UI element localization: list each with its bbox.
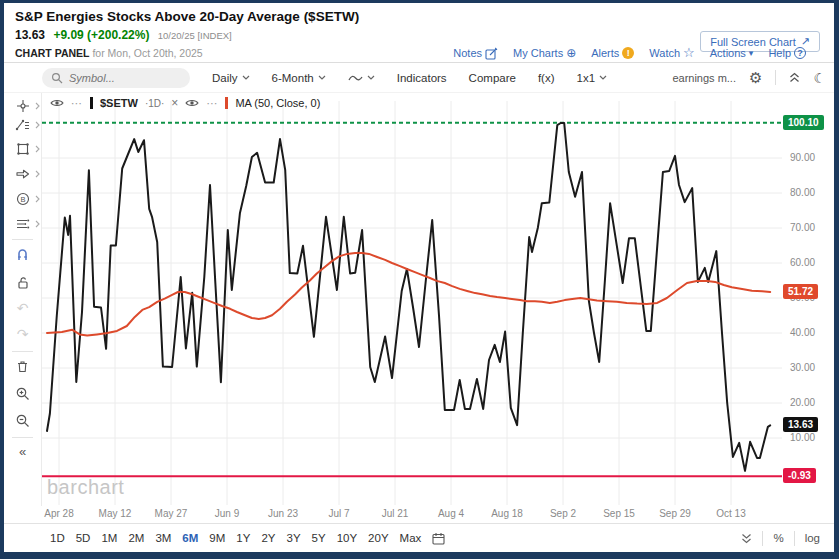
trendline-icon xyxy=(15,118,30,132)
collapse-down-icon[interactable] xyxy=(741,533,752,544)
rectangle-shape-icon xyxy=(16,142,30,156)
layout-dropdown[interactable]: 1x1 xyxy=(577,72,608,84)
indicators-button[interactable]: Indicators xyxy=(397,72,447,84)
chevron-right-icon[interactable] xyxy=(35,102,40,110)
watch-link[interactable]: Watch ☆ xyxy=(649,47,694,59)
chevron-right-icon[interactable] xyxy=(35,170,40,178)
date-axis[interactable]: Apr 28May 12May 27Jun 9Jun 23Jul 7Jul 21… xyxy=(4,506,834,523)
fx-button[interactable]: f(x) xyxy=(538,72,555,84)
x-axis-label: Apr 28 xyxy=(44,508,73,519)
help-link[interactable]: Help ? xyxy=(768,47,806,59)
collapse-up-icon[interactable] xyxy=(789,72,800,83)
range-button-6m[interactable]: 6M xyxy=(182,532,198,544)
earnings-toggle[interactable]: earnings m... xyxy=(672,72,736,84)
toolbar-right: earnings m... ⚙ ☾ xyxy=(672,69,834,87)
zoom-in-button[interactable] xyxy=(4,384,41,402)
magnet-icon xyxy=(15,247,30,262)
price-plot[interactable]: ⋯ $SETW ·1D· × ⋯ MA (50, Close, 0) barch… xyxy=(42,93,782,506)
undo-button[interactable]: ↶ xyxy=(4,299,41,317)
my-charts-link[interactable]: My Charts ⊕ xyxy=(513,46,576,60)
unlock-icon xyxy=(15,275,30,290)
undo-icon: ↶ xyxy=(17,302,29,314)
compare-button[interactable]: Compare xyxy=(469,72,516,84)
chevron-right-icon[interactable] xyxy=(35,220,40,228)
range-button-1m[interactable]: 1M xyxy=(101,532,117,544)
chart-canvas[interactable] xyxy=(42,93,782,506)
price-date: 10/20/25 [INDEX] xyxy=(158,30,232,41)
chevron-down-icon xyxy=(599,75,607,80)
chart-type-dropdown[interactable] xyxy=(348,73,375,83)
range-button-5d[interactable]: 5D xyxy=(76,532,91,544)
zoom-out-button[interactable] xyxy=(4,411,41,429)
eye-icon[interactable] xyxy=(185,98,199,108)
actions-menu[interactable]: Actions ▾ xyxy=(710,47,754,59)
help-icon: ? xyxy=(794,47,806,59)
zoom-out-icon xyxy=(15,413,30,428)
notes-link[interactable]: Notes xyxy=(453,47,498,60)
double-chevron-left-icon: « xyxy=(19,446,26,458)
annotation-tool[interactable]: B xyxy=(4,190,41,208)
collapse-sidebar-button[interactable]: « xyxy=(4,443,41,461)
remove-series-icon[interactable]: × xyxy=(171,96,178,110)
range-button-2m[interactable]: 2M xyxy=(128,532,144,544)
range-bar: 1D5D1M2M3M6M9M1Y2Y3Y5Y10Y20YMax % log xyxy=(4,523,834,552)
ma-swatch xyxy=(225,97,228,109)
range-button-3y[interactable]: 3Y xyxy=(286,532,300,544)
range-button-2y[interactable]: 2Y xyxy=(261,532,275,544)
series-menu-icon[interactable]: ⋯ xyxy=(71,97,83,110)
price-axis[interactable]: 90.0080.0070.0060.0050.0040.0030.0020.00… xyxy=(782,93,834,506)
x-axis-label: Jul 7 xyxy=(328,508,349,519)
gear-icon[interactable]: ⚙ xyxy=(749,69,762,87)
alerts-link[interactable]: Alerts ! xyxy=(591,47,634,59)
chart-legend: ⋯ $SETW ·1D· × ⋯ MA (50, Close, 0) xyxy=(50,96,320,110)
chart-area: B ↶ ↷ xyxy=(4,93,834,506)
last-price: 13.63 xyxy=(15,28,45,42)
arrow-tool[interactable] xyxy=(4,165,41,183)
trendline-tool[interactable] xyxy=(4,116,41,134)
x-axis-label: Sep 29 xyxy=(659,508,691,519)
period-dropdown[interactable]: Daily xyxy=(212,72,250,84)
redo-icon: ↷ xyxy=(17,328,29,340)
range-button-3m[interactable]: 3M xyxy=(155,532,171,544)
range-button-max[interactable]: Max xyxy=(400,532,422,544)
range-button-20y[interactable]: 20Y xyxy=(368,532,388,544)
x-axis-label: Jun 23 xyxy=(268,508,298,519)
dark-mode-moon-icon[interactable]: ☾ xyxy=(813,70,826,86)
redo-button[interactable]: ↷ xyxy=(4,325,41,343)
log-scale-button[interactable]: log xyxy=(805,532,820,544)
setw-swatch xyxy=(90,97,93,109)
shapes-tool[interactable] xyxy=(4,140,41,158)
chevron-down-icon xyxy=(242,75,250,80)
range-button-1d[interactable]: 1D xyxy=(50,532,65,544)
fibonacci-tool[interactable] xyxy=(4,215,41,233)
cursor-tool[interactable] xyxy=(4,97,41,115)
percent-scale-button[interactable]: % xyxy=(773,532,783,544)
range-button-9m[interactable]: 9M xyxy=(209,532,225,544)
range-button-10y[interactable]: 10Y xyxy=(337,532,357,544)
range-button-1y[interactable]: 1Y xyxy=(236,532,250,544)
header: S&P Energies Stocks Above 20-Day Average… xyxy=(4,3,834,63)
delete-button[interactable] xyxy=(4,357,41,375)
x-axis-label: May 12 xyxy=(99,508,132,519)
x-axis-label: Oct 13 xyxy=(716,508,745,519)
chevron-right-icon[interactable] xyxy=(35,145,40,153)
search-icon xyxy=(51,72,63,84)
y-axis-label: 90.00 xyxy=(790,152,815,163)
search-input[interactable] xyxy=(69,72,179,84)
symbol-search[interactable] xyxy=(42,68,190,88)
lock-button[interactable] xyxy=(4,273,41,291)
x-axis-label: Jul 21 xyxy=(382,508,409,519)
ma-line-series xyxy=(47,253,770,336)
x-axis-label: Aug 18 xyxy=(491,508,523,519)
eye-icon[interactable] xyxy=(50,98,64,108)
chevron-right-icon[interactable] xyxy=(35,195,40,203)
price-badge: 13.63 xyxy=(783,417,818,432)
calendar-button[interactable] xyxy=(432,532,445,545)
range-button-5y[interactable]: 5Y xyxy=(312,532,326,544)
range-dropdown[interactable]: 6-Month xyxy=(272,72,326,84)
chevron-right-icon[interactable] xyxy=(35,121,40,129)
legend-symbol: $SETW xyxy=(100,97,138,109)
series-menu-icon[interactable]: ⋯ xyxy=(206,97,218,110)
divider xyxy=(12,437,33,438)
magnet-mode-button[interactable] xyxy=(4,245,41,263)
